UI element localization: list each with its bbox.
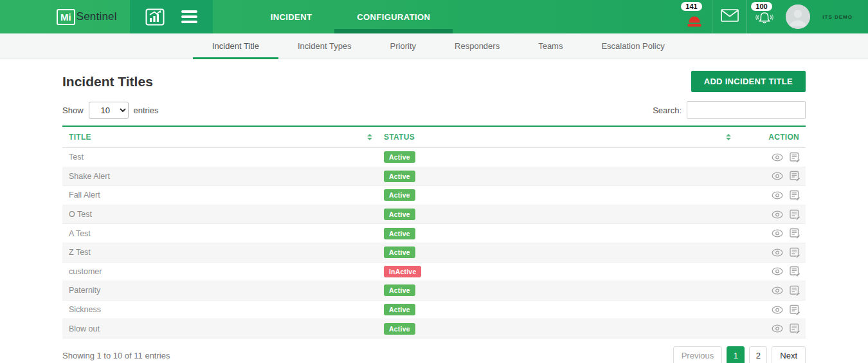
edit-note-icon[interactable] xyxy=(790,285,800,296)
next-page-button[interactable]: Next xyxy=(772,346,806,363)
view-eye-icon[interactable] xyxy=(772,267,783,275)
page-size-select[interactable]: 10 xyxy=(89,102,129,119)
view-eye-icon[interactable] xyxy=(772,306,783,314)
page-2-button[interactable]: 2 xyxy=(749,346,767,363)
search-label: Search: xyxy=(653,106,682,115)
incident-title-cell: Shake Alert xyxy=(62,167,377,186)
status-cell: Active xyxy=(377,148,736,167)
add-incident-title-button[interactable]: ADD INCIDENT TITLE xyxy=(691,71,806,92)
search-input[interactable] xyxy=(687,101,806,119)
status-cell: Active xyxy=(377,281,736,301)
status-cell: Active xyxy=(377,167,736,186)
top-nav: INCIDENT CONFIGURATION xyxy=(248,0,453,33)
view-eye-icon[interactable] xyxy=(772,286,783,295)
messages-button[interactable] xyxy=(712,0,746,33)
table-row: Fall AlertActive xyxy=(62,186,806,205)
action-cell xyxy=(736,224,806,243)
view-eye-icon[interactable] xyxy=(772,153,783,162)
view-eye-icon[interactable] xyxy=(772,172,783,180)
status-cell: Active xyxy=(377,224,736,243)
view-eye-icon[interactable] xyxy=(772,324,783,333)
status-badge: Active xyxy=(384,304,415,315)
table-row: A TestActive xyxy=(62,224,806,243)
incident-title-cell: Sickness xyxy=(62,300,377,319)
table-row: customerInActive xyxy=(62,262,806,281)
header-right-icons: 141 100 xyxy=(677,0,859,33)
action-cell xyxy=(736,300,806,319)
tab-priority[interactable]: Priority xyxy=(371,33,435,59)
edit-note-icon[interactable] xyxy=(790,152,800,163)
previous-page-button[interactable]: Previous xyxy=(673,346,723,363)
edit-note-icon[interactable] xyxy=(790,304,800,315)
notifications-count-badge: 100 xyxy=(751,2,772,11)
bar-chart-icon[interactable] xyxy=(145,8,165,26)
edit-note-icon[interactable] xyxy=(790,190,800,201)
view-eye-icon[interactable] xyxy=(772,191,783,200)
table-row: O TestActive xyxy=(62,205,806,224)
tab-escalation-policy[interactable]: Escalation Policy xyxy=(582,33,683,59)
status-badge: Active xyxy=(384,189,415,201)
nav-incident[interactable]: INCIDENT xyxy=(248,0,335,33)
nav-configuration[interactable]: CONFIGURATION xyxy=(334,0,453,33)
edit-note-icon[interactable] xyxy=(790,323,800,334)
sort-icon[interactable] xyxy=(367,134,372,140)
table-header-row: TITLE STATUS ACTION xyxy=(62,126,806,148)
main-content: Incident Titles ADD INCIDENT TITLE Show … xyxy=(0,71,868,363)
status-badge: Active xyxy=(384,228,415,239)
envelope-icon xyxy=(721,9,739,24)
page-title: Incident Titles xyxy=(62,74,153,89)
table-row: TestActive xyxy=(62,148,806,167)
edit-note-icon[interactable] xyxy=(790,209,800,220)
status-cell: Active xyxy=(377,243,736,262)
tab-teams[interactable]: Teams xyxy=(519,33,582,59)
status-badge: Active xyxy=(384,171,415,182)
status-cell: Active xyxy=(377,186,736,205)
logo-text: Sentinel xyxy=(77,10,117,23)
app-logo[interactable]: Mi Sentinel xyxy=(0,0,130,33)
status-cell: Active xyxy=(377,319,736,339)
column-header-title[interactable]: TITLE xyxy=(69,133,91,142)
incident-title-cell: Blow out xyxy=(62,319,377,339)
app-header: Mi Sentinel INCIDENT CONFIGURATION 141 xyxy=(0,0,868,33)
header-quick-actions xyxy=(130,0,213,33)
action-cell xyxy=(736,205,806,224)
table-summary: Showing 1 to 10 of 11 entries xyxy=(62,351,170,360)
incident-title-cell: O Test xyxy=(62,205,377,224)
status-cell: Active xyxy=(377,300,736,319)
column-header-action: ACTION xyxy=(768,133,799,142)
search-control: Search: xyxy=(653,101,806,119)
view-eye-icon[interactable] xyxy=(772,210,783,219)
incident-title-cell: Fall Alert xyxy=(62,186,377,205)
user-name-label: ITS DEMO xyxy=(815,0,859,33)
logo-mi-box: Mi xyxy=(57,9,75,25)
table-row: Z TestActive xyxy=(62,243,806,262)
tab-incident-title[interactable]: Incident Title xyxy=(193,33,278,59)
user-avatar[interactable] xyxy=(781,0,815,33)
edit-note-icon[interactable] xyxy=(790,228,800,239)
status-badge: Active xyxy=(384,209,415,220)
entries-label: entries xyxy=(134,106,159,115)
action-cell xyxy=(736,262,806,281)
alerts-count-badge: 141 xyxy=(681,2,701,11)
action-cell xyxy=(736,167,806,186)
page-size-control: Show 10 entries xyxy=(62,102,159,119)
avatar xyxy=(786,5,810,29)
edit-note-icon[interactable] xyxy=(790,247,800,258)
edit-note-icon[interactable] xyxy=(790,266,800,277)
page-1-button[interactable]: 1 xyxy=(727,346,745,363)
view-eye-icon[interactable] xyxy=(772,248,783,257)
sort-icon[interactable] xyxy=(726,134,731,140)
hamburger-menu-icon[interactable] xyxy=(181,10,197,23)
notifications-button[interactable]: 100 xyxy=(746,0,781,33)
alerts-button[interactable]: 141 xyxy=(677,0,712,33)
pagination: Previous 1 2 Next xyxy=(673,346,806,363)
view-eye-icon[interactable] xyxy=(772,229,783,237)
column-header-status[interactable]: STATUS xyxy=(384,133,415,142)
table-row: SicknessActive xyxy=(62,300,806,319)
incident-title-cell: Paternity xyxy=(62,281,377,301)
tab-incident-types[interactable]: Incident Types xyxy=(278,33,371,59)
edit-note-icon[interactable] xyxy=(790,171,800,182)
configuration-subtabs: Incident Title Incident Types Priority R… xyxy=(0,33,868,59)
tab-responders[interactable]: Responders xyxy=(435,33,519,59)
status-cell: Active xyxy=(377,205,736,224)
